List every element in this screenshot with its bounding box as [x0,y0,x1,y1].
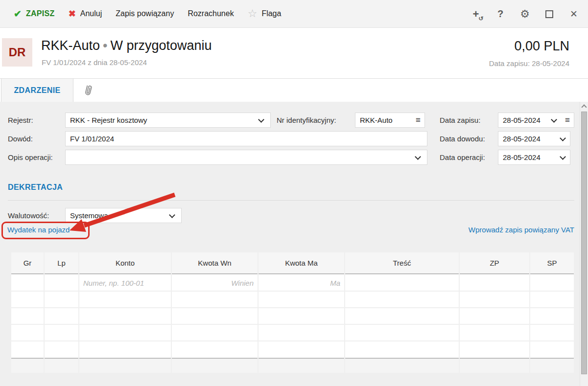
summary-cell [172,358,258,373]
table-cell[interactable] [45,341,78,357]
table-cell[interactable] [530,325,574,341]
walutowosc-value: Systemowa [70,211,108,220]
record-status: W przygotowaniu [111,38,212,53]
table-cell[interactable] [172,341,258,357]
table-cell[interactable] [172,325,258,341]
dowod-input[interactable]: FV 1/01/2024 [65,131,427,146]
summary-cell [259,358,344,373]
table-cell[interactable] [259,341,344,357]
col-kwota-ma[interactable]: Kwota Ma [259,252,344,274]
col-gr[interactable]: Gr [11,252,44,274]
table-cell[interactable] [530,275,574,291]
table-cell[interactable] [45,292,78,307]
table-cell[interactable] [345,292,459,307]
table-cell[interactable] [460,341,529,357]
document-window: ✔ ZAPISZ ✖ Anuluj Zapis powiązany Rozrac… [0,0,588,386]
table-cell[interactable] [259,325,344,341]
hamburger-icon[interactable]: ≡ [565,116,570,124]
chevron-down-icon[interactable] [560,135,566,141]
konto-placeholder-cell[interactable]: Numer, np. 100-01 [79,275,171,291]
kwota-ma-placeholder-cell[interactable]: Ma [259,275,344,291]
maximize-button[interactable] [540,4,559,24]
chevron-down-icon[interactable] [551,116,557,123]
table-cell[interactable] [11,308,44,324]
table-cell[interactable] [172,292,258,307]
data-zapisu-input[interactable]: 28-05-2024 ≡ [498,113,574,128]
table-cell[interactable] [259,308,344,324]
col-sp[interactable]: SP [530,252,574,274]
save-button[interactable]: ✔ ZAPISZ [7,0,62,27]
cancel-button-label: Anuluj [80,9,102,18]
table-summary-row [11,358,574,373]
table-cell[interactable] [259,292,344,307]
related-entry-button[interactable]: Zapis powiązany [109,0,181,27]
tab-attachments[interactable] [73,79,103,102]
table-cell[interactable] [460,292,529,307]
data-dowodu-input[interactable]: 28-05-2024 [498,131,570,146]
table-row [11,325,574,341]
tab-zdarzenie[interactable]: ZDARZENIE [1,79,73,102]
table-cell[interactable] [11,275,44,291]
table-cell[interactable] [345,341,459,357]
vat-related-entry-link[interactable]: Wprowadź zapis powiązany VAT [469,226,574,234]
col-lp[interactable]: Lp [45,252,78,274]
vehicle-expense-link[interactable]: Wydatek na pojazd [7,226,70,234]
col-konto[interactable]: Konto [79,252,171,274]
table-cell[interactable] [530,341,574,357]
settings-gear-button[interactable]: ⚙ [516,4,534,24]
nr-id-input[interactable]: RKK-Auto ≡ [355,113,425,128]
table-cell[interactable] [172,308,258,324]
rejestr-select[interactable]: RKK - Rejestr kosztowy [65,113,271,128]
table-cell[interactable] [11,341,44,357]
table-cell[interactable] [11,292,44,307]
hamburger-icon[interactable]: ≡ [416,116,421,124]
table-cell[interactable] [345,325,459,341]
opis-select[interactable] [65,150,427,165]
table-row [11,308,574,324]
table-cell[interactable] [460,275,529,291]
table-cell[interactable] [345,308,459,324]
walutowosc-select[interactable]: Systemowa [65,208,182,223]
cancel-x-icon: ✖ [69,8,76,19]
chevron-down-icon[interactable] [560,154,566,160]
chevron-down-icon [169,212,175,218]
table-cell[interactable] [460,325,529,341]
data-operacji-input[interactable]: 28-05-2024 [498,150,570,165]
data-operacji-label: Data operacji: [440,153,485,161]
summary-cell [460,358,529,373]
table-cell[interactable] [45,325,78,341]
related-entry-label: Zapis powiązany [116,9,174,18]
data-zapisu-label: Data zapisu: [440,116,480,124]
table-cell[interactable] [530,308,574,324]
table-cell[interactable] [345,275,459,291]
table-cell[interactable] [530,292,574,307]
scrollbar-thumb[interactable] [581,112,587,374]
paperclip-icon [81,83,95,98]
col-tresc[interactable]: Treść [345,252,459,274]
kwota-wn-placeholder-cell[interactable]: Winien [172,275,258,291]
table-cell[interactable] [79,325,171,341]
decree-table: Gr Lp Konto Kwota Wn Kwota Ma Treść ZP S… [10,251,575,374]
table-cell[interactable] [79,292,171,307]
table-cell[interactable] [45,275,78,291]
plus-refresh-icon: +↺ [473,9,479,20]
new-window-button[interactable]: +↺ [467,4,485,24]
flag-button[interactable]: ☆ Flaga [241,0,288,27]
toolbar: ✔ ZAPISZ ✖ Anuluj Zapis powiązany Rozrac… [0,0,588,28]
record-type-badge: DR [2,38,32,67]
table-cell[interactable] [79,341,171,357]
vertical-scrollbar[interactable] [580,102,588,386]
cancel-button[interactable]: ✖ Anuluj [62,0,109,27]
table-cell[interactable] [45,308,78,324]
record-subtitle: FV 1/01/2024 z dnia 28-05-2024 [42,58,147,67]
table-cell[interactable] [79,308,171,324]
col-zp[interactable]: ZP [460,252,529,274]
table-cell[interactable] [460,308,529,324]
help-button[interactable]: ? [491,4,510,24]
tab-bar: ZDARZENIE [0,78,588,102]
col-kwota-wn[interactable]: Kwota Wn [172,252,258,274]
close-button[interactable]: ✕ [564,4,583,24]
scroll-up-icon[interactable] [581,104,587,110]
table-cell[interactable] [11,325,44,341]
settlement-button[interactable]: Rozrachunek [181,0,240,27]
